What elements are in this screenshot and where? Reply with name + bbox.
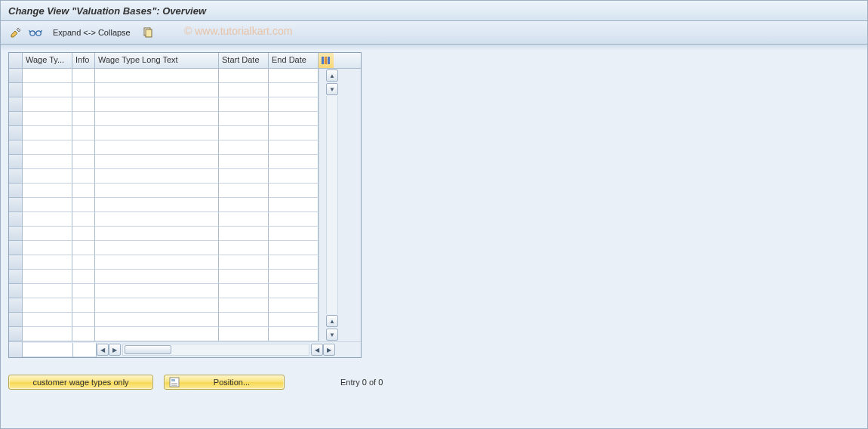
cell-end-date[interactable] (269, 227, 319, 241)
cell-long-text[interactable] (95, 126, 219, 140)
cell-start-date[interactable] (219, 255, 269, 270)
cell-wage-type[interactable] (23, 97, 72, 112)
table-row[interactable] (9, 227, 319, 241)
cell-start-date[interactable] (219, 284, 269, 298)
scroll-down-step-button[interactable]: ▼ (326, 83, 338, 95)
cell-end-date[interactable] (269, 255, 319, 270)
cell-wage-type[interactable] (23, 169, 72, 184)
row-selector[interactable] (9, 126, 23, 140)
row-selector[interactable] (9, 140, 23, 155)
scroll-up-step-button[interactable]: ▲ (326, 315, 338, 327)
cell-info[interactable] (72, 198, 95, 212)
cell-info[interactable] (72, 83, 95, 97)
col-info[interactable]: Info (72, 53, 95, 68)
cell-end-date[interactable] (269, 169, 319, 184)
row-selector[interactable] (9, 298, 23, 313)
table-row[interactable] (9, 298, 319, 313)
cell-long-text[interactable] (95, 284, 219, 298)
cell-info[interactable] (72, 284, 95, 298)
table-row[interactable] (9, 198, 319, 212)
cell-end-date[interactable] (269, 155, 319, 169)
cell-start-date[interactable] (219, 140, 269, 155)
cell-start-date[interactable] (219, 69, 269, 83)
cell-info[interactable] (72, 327, 95, 341)
cell-wage-type[interactable] (23, 270, 72, 284)
row-selector[interactable] (9, 241, 23, 255)
row-selector[interactable] (9, 313, 23, 327)
cell-start-date[interactable] (219, 227, 269, 241)
table-row[interactable] (9, 241, 319, 255)
row-selector[interactable] (9, 169, 23, 184)
row-selector[interactable] (9, 255, 23, 270)
cell-info[interactable] (72, 298, 95, 313)
cell-start-date[interactable] (219, 212, 269, 227)
cell-start-date[interactable] (219, 241, 269, 255)
cell-wage-type[interactable] (23, 69, 72, 83)
cell-wage-type[interactable] (23, 255, 72, 270)
cell-end-date[interactable] (269, 69, 319, 83)
cell-wage-type[interactable] (23, 198, 72, 212)
cell-wage-type[interactable] (23, 284, 72, 298)
cell-long-text[interactable] (95, 97, 219, 112)
table-row[interactable] (9, 270, 319, 284)
cell-wage-type[interactable] (23, 112, 72, 126)
row-selector[interactable] (9, 198, 23, 212)
customer-wage-types-only-button[interactable]: customer wage types only (8, 375, 153, 390)
cell-start-date[interactable] (219, 198, 269, 212)
row-selector[interactable] (9, 112, 23, 126)
horizontal-scroll-thumb[interactable] (125, 345, 171, 354)
cell-long-text[interactable] (95, 198, 219, 212)
glasses-icon[interactable] (28, 25, 43, 40)
table-row[interactable] (9, 97, 319, 112)
table-row[interactable] (9, 255, 319, 270)
cell-info[interactable] (72, 126, 95, 140)
cell-info[interactable] (72, 155, 95, 169)
cell-end-date[interactable] (269, 270, 319, 284)
cell-long-text[interactable] (95, 298, 219, 313)
cell-info[interactable] (72, 241, 95, 255)
cell-long-text[interactable] (95, 212, 219, 227)
cell-end-date[interactable] (269, 313, 319, 327)
cell-end-date[interactable] (269, 140, 319, 155)
cell-long-text[interactable] (95, 255, 219, 270)
cell-long-text[interactable] (95, 83, 219, 97)
row-selector[interactable] (9, 83, 23, 97)
cell-info[interactable] (72, 227, 95, 241)
cell-end-date[interactable] (269, 212, 319, 227)
table-row[interactable] (9, 169, 319, 184)
row-selector[interactable] (9, 69, 23, 83)
row-selector[interactable] (9, 284, 23, 298)
cell-info[interactable] (72, 212, 95, 227)
cell-end-date[interactable] (269, 184, 319, 198)
cell-end-date[interactable] (269, 83, 319, 97)
cell-end-date[interactable] (269, 198, 319, 212)
table-row[interactable] (9, 155, 319, 169)
table-row[interactable] (9, 184, 319, 198)
table-row[interactable] (9, 69, 319, 83)
col-long-text[interactable]: Wage Type Long Text (95, 53, 219, 68)
cell-wage-type[interactable] (23, 227, 72, 241)
scroll-left-button[interactable]: ▶ (109, 344, 121, 356)
row-selector[interactable] (9, 212, 23, 227)
cell-wage-type[interactable] (23, 298, 72, 313)
col-start-date[interactable]: Start Date (219, 53, 269, 68)
cell-start-date[interactable] (219, 169, 269, 184)
cell-long-text[interactable] (95, 227, 219, 241)
row-selector[interactable] (9, 227, 23, 241)
scroll-left-end-button[interactable]: ◀ (97, 344, 109, 356)
horizontal-scroll-track[interactable] (122, 344, 309, 356)
row-selector[interactable] (9, 155, 23, 169)
scroll-down-button[interactable]: ▼ (326, 329, 338, 341)
cell-long-text[interactable] (95, 241, 219, 255)
table-row[interactable] (9, 327, 319, 341)
cell-wage-type[interactable] (23, 184, 72, 198)
cell-info[interactable] (72, 140, 95, 155)
cell-long-text[interactable] (95, 69, 219, 83)
cell-start-date[interactable] (219, 298, 269, 313)
select-all-handle[interactable] (9, 53, 23, 68)
scroll-up-button[interactable]: ▲ (326, 69, 338, 82)
cell-end-date[interactable] (269, 97, 319, 112)
expand-collapse-button[interactable]: Expand <-> Collapse (48, 26, 136, 39)
cell-info[interactable] (72, 69, 95, 83)
cell-end-date[interactable] (269, 327, 319, 341)
